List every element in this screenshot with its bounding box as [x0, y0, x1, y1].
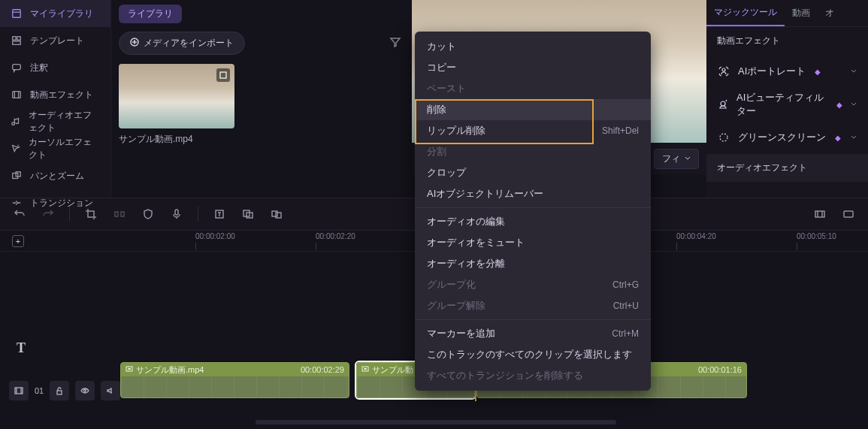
ctx-select-all-track-clips[interactable]: このトラックのすべてのクリップを選択します: [415, 344, 651, 365]
clip-media-icon: [361, 365, 369, 374]
mic-button[interactable]: [169, 207, 184, 222]
ctx-ripple-delete[interactable]: リップル削除Shift+Del: [415, 120, 651, 141]
svg-rect-20: [276, 213, 281, 218]
media-thumbnail[interactable]: [119, 64, 234, 128]
chevron-down-icon: [850, 132, 857, 144]
settings-button[interactable]: [841, 207, 856, 222]
ctx-crop[interactable]: クロップ: [415, 162, 651, 183]
add-track-button[interactable]: +: [12, 235, 24, 247]
sidebar-label: カーソルエフェクト: [29, 136, 100, 162]
thumbnail-filename: サンプル動画.mp4: [119, 133, 234, 146]
filter-icon[interactable]: [389, 36, 404, 51]
rp-item-aiportrait[interactable]: AIポートレート ◆: [706, 55, 868, 88]
ctx-group: グループ化Ctrl+G: [415, 274, 651, 295]
track-mute-button[interactable]: [101, 381, 120, 400]
ctx-audio-detach[interactable]: オーディオを分離: [415, 253, 651, 274]
redo-button[interactable]: [41, 207, 56, 222]
clip-media-icon: [126, 365, 133, 374]
tab-magictool[interactable]: マジックツール: [706, 0, 785, 26]
undo-button[interactable]: [12, 207, 27, 222]
svg-rect-24: [57, 391, 62, 394]
sidebar-item-videofx[interactable]: 動画エフェクト: [0, 81, 110, 108]
svg-rect-13: [115, 212, 118, 216]
separator: [69, 207, 70, 222]
ctx-delete[interactable]: 削除: [415, 99, 651, 120]
sidebar-item-panzoom[interactable]: パンとズーム: [0, 162, 110, 189]
track-media-icon[interactable]: [9, 381, 29, 400]
ctx-cut[interactable]: カット: [415, 36, 651, 57]
tab-other[interactable]: オ: [818, 0, 842, 26]
track-visible-button[interactable]: [75, 381, 95, 400]
svg-point-11: [721, 101, 725, 106]
video-clip[interactable]: サンプル動画.mp4 00:00:02:29: [120, 362, 349, 398]
sidebar-item-template[interactable]: テンプレート: [0, 27, 110, 54]
layers-button[interactable]: [240, 207, 256, 222]
rp-item-label: AIビューティフィルター: [736, 91, 827, 118]
clip-name: サンプル動画.mp4: [136, 364, 204, 376]
beauty-icon: [717, 98, 729, 111]
ctx-split: 分割: [415, 141, 651, 162]
media-panel: ライブラリ メディアをインポート サンプル動画.mp4: [111, 0, 412, 198]
svg-rect-4: [13, 65, 21, 70]
sidebar-label: オーディオエフェクト: [29, 109, 100, 134]
right-tabs: マジックツール 動画 オ: [706, 0, 868, 27]
ruler-tick: 00:00:02:20: [316, 232, 355, 240]
fit-dropdown[interactable]: フィ: [654, 149, 699, 169]
separator: [415, 319, 651, 320]
split-button[interactable]: [112, 207, 127, 222]
ctx-audio-edit[interactable]: オーディオの編集: [415, 211, 651, 232]
ruler-tick: 00:00:02:00: [195, 232, 235, 240]
svg-rect-1: [13, 37, 16, 40]
sidebar-item-cursorfx[interactable]: カーソルエフェクト: [0, 135, 110, 162]
svg-rect-22: [844, 211, 853, 217]
tab-video[interactable]: 動画: [785, 0, 818, 26]
svg-rect-6: [13, 174, 18, 179]
cursor-fx-icon: [11, 143, 21, 155]
text-button[interactable]: [212, 207, 227, 222]
rp-section-video-heading: 動画エフェクト: [706, 27, 868, 55]
ctx-add-marker[interactable]: マーカーを追加Ctrl+M: [415, 323, 651, 344]
ctx-paste: ペースト: [415, 78, 651, 99]
overlap-button[interactable]: [269, 207, 284, 222]
expand-icon[interactable]: [216, 68, 230, 82]
ruler-tick: 00:00:05:10: [797, 232, 836, 240]
horizontal-scrollbar[interactable]: [256, 420, 616, 424]
chevron-down-icon: [685, 153, 691, 164]
diamond-icon: ◆: [815, 68, 821, 76]
shield-button[interactable]: [141, 207, 156, 222]
chevron-down-icon: [850, 66, 857, 77]
text-track-label: T: [9, 336, 33, 360]
sidebar-label: パンとズーム: [30, 170, 84, 183]
crop-button[interactable]: [83, 207, 98, 222]
import-media-button[interactable]: メディアをインポート: [119, 32, 245, 55]
sidebar-item-library[interactable]: マイライブラリ: [0, 0, 110, 27]
svg-rect-3: [13, 41, 21, 44]
portrait-icon: [717, 65, 730, 78]
ctx-ai-object-remover[interactable]: AIオブジェクトリムーバー: [415, 183, 651, 204]
clip-duration: 00:00:01:16: [698, 365, 742, 374]
svg-point-12: [720, 134, 727, 141]
svg-rect-0: [13, 10, 21, 18]
sidebar-item-annotation[interactable]: 注釈: [0, 54, 110, 81]
svg-point-10: [722, 68, 725, 71]
greenscreen-icon: [717, 131, 730, 144]
track-number: 01: [35, 386, 44, 395]
sidebar-label: 動画エフェクト: [30, 89, 93, 101]
ctx-audio-mute[interactable]: オーディオをミュート: [415, 232, 651, 253]
sidebar-item-audiofx[interactable]: オーディオエフェクト: [0, 108, 110, 135]
diamond-icon: ◆: [836, 101, 842, 109]
rp-item-greenscreen[interactable]: グリーンスクリーン ◆: [706, 121, 868, 154]
track-lock-button[interactable]: [50, 381, 69, 400]
svg-rect-19: [272, 211, 277, 216]
sidebar-label: マイライブラリ: [30, 8, 93, 20]
ctx-copy[interactable]: コピー: [415, 57, 651, 78]
import-label: メディアをインポート: [144, 37, 234, 50]
rp-item-aibeauty[interactable]: AIビューティフィルター ◆: [706, 88, 868, 121]
svg-rect-9: [220, 72, 226, 78]
aspect-button[interactable]: [812, 207, 827, 222]
ctx-delete-all-transitions: すべてのトランジションを削除する: [415, 365, 651, 386]
rp-section-audio-heading: オーディオエフェクト: [706, 154, 868, 182]
svg-rect-15: [175, 210, 178, 215]
rp-item-label: AIポートレート: [738, 65, 806, 78]
library-chip[interactable]: ライブラリ: [119, 5, 182, 23]
